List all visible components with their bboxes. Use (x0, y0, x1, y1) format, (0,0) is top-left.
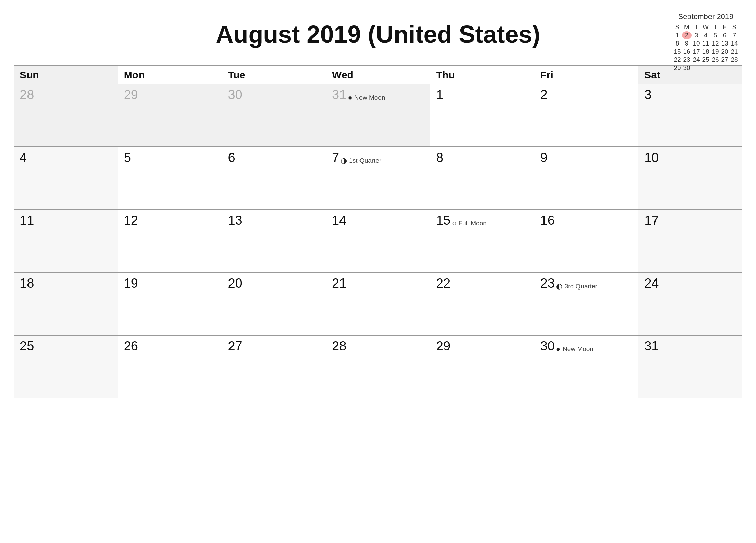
day-number: 27 (228, 339, 242, 353)
cal-day-header-fri: Fri (534, 66, 639, 84)
mini-calendar-day (730, 64, 739, 72)
cal-day-cell[interactable]: 29 (430, 335, 534, 398)
cal-day-header-tue: Tue (222, 66, 326, 84)
moon-phase-label: New Moon (563, 345, 593, 352)
moon-phase-icon: ○ (452, 219, 456, 228)
cal-day-cell[interactable]: 22 (430, 272, 534, 335)
cal-day-cell[interactable]: 23◐3rd Quarter (534, 272, 639, 335)
mini-calendar: September 2019 SMTWTFS 12345678910111213… (672, 12, 739, 72)
cal-day-cell[interactable]: 1 (430, 84, 534, 147)
cal-day-cell[interactable]: 5 (118, 147, 222, 210)
mini-calendar-day: 24 (692, 56, 701, 64)
cal-day-cell[interactable]: 12 (118, 210, 222, 272)
cal-day-cell[interactable]: 15○Full Moon (430, 210, 534, 272)
cal-day-cell[interactable]: 6 (222, 147, 326, 210)
moon-phase-label: 3rd Quarter (565, 283, 597, 290)
mini-calendar-day: 5 (711, 31, 720, 39)
mini-calendar-day: 18 (701, 48, 711, 56)
mini-calendar-header: S (730, 23, 739, 31)
mini-calendar-day: 2 (682, 31, 692, 39)
cal-day-cell[interactable]: 3 (638, 84, 742, 147)
cal-day-cell[interactable]: 31●New Moon (326, 84, 430, 147)
moon-phase-icon: ● (348, 93, 352, 102)
cal-day-header-wed: Wed (326, 66, 430, 84)
cal-day-cell[interactable]: 30 (222, 84, 326, 147)
moon-phase-label: 1st Quarter (349, 157, 381, 164)
cal-day-cell[interactable]: 18 (14, 272, 118, 335)
mini-calendar-day: 9 (682, 39, 692, 48)
moon-phase-icon: ◐ (556, 282, 563, 290)
cal-day-cell[interactable]: 19 (118, 272, 222, 335)
cal-day-cell[interactable]: 14 (326, 210, 430, 272)
day-number: 7 (332, 150, 339, 165)
cal-day-cell[interactable]: 16 (534, 210, 639, 272)
mini-calendar-day: 21 (730, 48, 739, 56)
cal-week-row: 181920212223◐3rd Quarter24 (14, 272, 742, 335)
mini-calendar-day: 26 (711, 56, 720, 64)
cal-day-cell[interactable]: 28 (326, 335, 430, 398)
mini-calendar-row: 15161718192021 (672, 48, 739, 56)
cal-day-cell[interactable]: 26 (118, 335, 222, 398)
day-number: 15 (436, 213, 450, 228)
mini-calendar-day: 11 (701, 39, 711, 48)
mini-calendar-day (711, 64, 720, 72)
cal-day-cell[interactable]: 4 (14, 147, 118, 210)
day-number: 22 (436, 276, 450, 290)
moon-phase-icon: ● (556, 345, 560, 353)
day-number: 17 (644, 213, 659, 228)
mini-calendar-day: 20 (720, 48, 730, 56)
mini-calendar-header: S (672, 23, 682, 31)
day-number: 12 (124, 213, 138, 228)
cal-day-cell[interactable]: 9 (534, 147, 639, 210)
mini-calendar-day: 12 (711, 39, 720, 48)
cal-day-cell[interactable]: 28 (14, 84, 118, 147)
cal-week-row: 28293031●New Moon123 (14, 84, 742, 147)
cal-week-row: 1112131415○Full Moon1617 (14, 210, 742, 272)
day-number: 30 (228, 88, 242, 102)
cal-day-cell[interactable]: 24 (638, 272, 742, 335)
day-number: 31 (332, 88, 346, 102)
day-number: 21 (332, 276, 346, 290)
cal-day-cell[interactable]: 21 (326, 272, 430, 335)
cal-day-cell[interactable]: 25 (14, 335, 118, 398)
mini-calendar-row: 22232425262728 (672, 56, 739, 64)
cal-day-cell[interactable]: 2 (534, 84, 639, 147)
cal-day-cell[interactable]: 17 (638, 210, 742, 272)
cal-day-cell[interactable]: 29 (118, 84, 222, 147)
mini-calendar-row: 2930 (672, 64, 739, 72)
day-number: 4 (20, 150, 27, 165)
mini-calendar-row: 1234567 (672, 31, 739, 39)
mini-calendar-header: F (720, 23, 730, 31)
day-number: 9 (540, 150, 548, 165)
day-number: 18 (20, 276, 34, 290)
cal-day-cell[interactable]: 30●New Moon (534, 335, 639, 398)
cal-day-cell[interactable]: 11 (14, 210, 118, 272)
day-number: 16 (540, 213, 555, 228)
moon-phase-icon: ◑ (340, 156, 347, 165)
mini-calendar-day: 4 (701, 31, 711, 39)
cal-day-cell[interactable]: 7◑1st Quarter (326, 147, 430, 210)
cal-day-cell[interactable]: 8 (430, 147, 534, 210)
mini-calendar-day: 6 (720, 31, 730, 39)
mini-calendar-header: W (701, 23, 711, 31)
cal-day-header-sun: Sun (14, 66, 118, 84)
mini-calendar-day: 14 (730, 39, 739, 48)
day-number: 10 (644, 150, 659, 165)
day-number: 23 (540, 276, 555, 290)
mini-calendar-day: 7 (730, 31, 739, 39)
mini-calendar-day: 23 (682, 56, 692, 64)
day-number: 29 (124, 88, 138, 102)
cal-day-cell[interactable]: 20 (222, 272, 326, 335)
cal-day-cell[interactable]: 13 (222, 210, 326, 272)
mini-calendar-header: T (692, 23, 701, 31)
day-number: 14 (332, 213, 346, 228)
day-number: 2 (540, 88, 548, 102)
cal-day-cell[interactable]: 31 (638, 335, 742, 398)
moon-phase-label: New Moon (354, 94, 385, 101)
cal-day-cell[interactable]: 27 (222, 335, 326, 398)
mini-calendar-day: 17 (692, 48, 701, 56)
mini-calendar-day: 29 (672, 64, 682, 72)
day-number: 13 (228, 213, 242, 228)
mini-calendar-day: 10 (692, 39, 701, 48)
cal-day-cell[interactable]: 10 (638, 147, 742, 210)
